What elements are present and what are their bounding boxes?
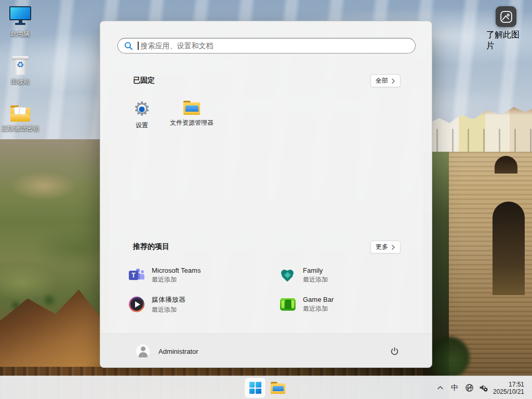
chevron-right-icon bbox=[391, 78, 395, 84]
taskbar: 中 17:51 2025/10/21 bbox=[0, 376, 532, 399]
wallpaper-building-windows bbox=[430, 129, 532, 152]
recommended-item-family[interactable]: Family 最近添加 bbox=[280, 263, 425, 288]
more-button-label: 更多 bbox=[376, 243, 388, 251]
folder-icon bbox=[10, 105, 30, 122]
chevron-up-icon bbox=[437, 385, 444, 390]
search-input[interactable] bbox=[139, 42, 416, 50]
recommended-item-title: 媒体播放器 bbox=[152, 295, 185, 304]
volume-muted-button[interactable] bbox=[476, 379, 490, 397]
pinned-section-title: 已固定 bbox=[133, 76, 155, 85]
recommended-item-subtitle: 最近添加 bbox=[303, 275, 328, 284]
desktop-icon-recycle-bin[interactable]: ♻ 回收站 bbox=[1, 55, 40, 86]
globe-no-internet-icon bbox=[465, 383, 474, 392]
system-tray: 中 17:51 2025/10/21 bbox=[433, 376, 529, 399]
desktop-icon-activation-key-folder[interactable]: 正版激活密钥 bbox=[1, 105, 40, 133]
power-icon bbox=[390, 347, 399, 356]
media-player-icon bbox=[129, 297, 144, 312]
recommended-item-game-bar[interactable]: Game Bar 最近添加 bbox=[280, 292, 425, 317]
settings-gear-icon: ⚙ bbox=[133, 101, 151, 117]
start-menu: 已固定 全部 ⚙ 设置 文件资源管理器 推荐的项目 更多 bbox=[100, 21, 432, 368]
windows-logo-icon bbox=[249, 382, 261, 394]
recommended-item-teams[interactable]: T Microsoft Teams 最近添加 bbox=[129, 263, 274, 288]
desktop-icon-label: 此电脑 bbox=[11, 30, 30, 38]
pinned-app-file-explorer[interactable]: 文件资源管理器 bbox=[167, 96, 217, 140]
pinned-apps-grid: ⚙ 设置 文件资源管理器 bbox=[117, 96, 217, 140]
recommended-item-title: Family bbox=[303, 267, 328, 274]
this-pc-icon bbox=[9, 6, 31, 27]
clock-button[interactable]: 17:51 2025/10/21 bbox=[490, 379, 529, 397]
file-explorer-icon bbox=[271, 382, 285, 394]
recommended-section-title: 推荐的项目 bbox=[133, 242, 169, 251]
start-button[interactable] bbox=[245, 378, 265, 398]
recommended-more-button[interactable]: 更多 bbox=[370, 241, 401, 254]
all-button-label: 全部 bbox=[376, 76, 388, 85]
recommended-item-title: Game Bar bbox=[303, 296, 334, 303]
recommended-item-media-player[interactable]: 媒体播放器 最近添加 bbox=[129, 292, 274, 317]
family-heart-icon bbox=[280, 268, 296, 283]
recycle-bin-icon: ♻ bbox=[12, 55, 29, 75]
clock-date: 2025/10/21 bbox=[493, 388, 524, 395]
pinned-app-label: 设置 bbox=[136, 121, 148, 130]
user-avatar bbox=[136, 344, 150, 358]
user-account-button[interactable]: Administrator bbox=[129, 341, 205, 362]
pinned-all-button[interactable]: 全部 bbox=[370, 74, 401, 87]
search-icon bbox=[124, 42, 133, 50]
wallpaper-bridge-big-arch bbox=[493, 202, 525, 295]
desktop-icon-label: 正版激活密钥 bbox=[2, 124, 39, 133]
desktop-icon-label: 回收站 bbox=[11, 77, 30, 86]
recommended-item-subtitle: 最近添加 bbox=[152, 305, 185, 314]
recommended-item-title: Microsoft Teams bbox=[152, 267, 201, 274]
ime-indicator[interactable]: 中 bbox=[447, 379, 462, 397]
pinned-app-settings[interactable]: ⚙ 设置 bbox=[117, 96, 167, 140]
recommended-item-subtitle: 最近添加 bbox=[303, 304, 334, 313]
power-button[interactable] bbox=[384, 341, 405, 362]
desktop-icon-this-pc[interactable]: 此电脑 bbox=[1, 6, 40, 38]
hidden-icons-button[interactable] bbox=[433, 379, 447, 397]
pinned-app-label: 文件资源管理器 bbox=[170, 118, 214, 127]
learn-about-picture[interactable]: 了解此图片 bbox=[486, 6, 526, 51]
start-menu-user-bar: Administrator bbox=[100, 334, 432, 367]
learn-picture-label: 了解此图片 bbox=[486, 30, 526, 51]
chevron-right-icon bbox=[391, 245, 395, 250]
user-name: Administrator bbox=[158, 348, 198, 355]
speaker-muted-icon bbox=[478, 383, 488, 392]
wallpaper-bush bbox=[428, 337, 470, 378]
teams-icon: T bbox=[129, 268, 144, 283]
game-bar-icon bbox=[280, 298, 296, 311]
file-explorer-icon bbox=[183, 101, 200, 115]
taskbar-file-explorer-button[interactable] bbox=[268, 378, 288, 398]
clock-time: 17:51 bbox=[493, 381, 524, 388]
network-status-button[interactable] bbox=[462, 379, 476, 397]
recommended-item-subtitle: 最近添加 bbox=[152, 275, 201, 284]
start-search-box[interactable] bbox=[117, 38, 416, 54]
picture-info-icon bbox=[496, 6, 516, 27]
